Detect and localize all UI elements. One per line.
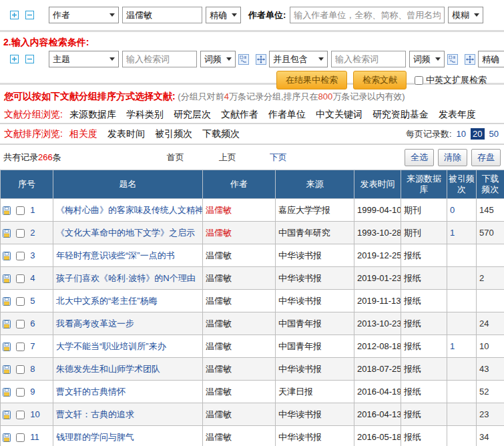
next-page-link[interactable]: 下页 [270, 152, 287, 164]
author-field-select[interactable]: 作者 [49, 7, 119, 23]
author-name-link[interactable]: 温儒敏 [206, 409, 232, 419]
extend-search-checkbox[interactable] [415, 76, 423, 85]
page-size-label: 每页记录数: [406, 128, 452, 140]
row-checkbox[interactable] [16, 433, 25, 442]
group-link-6[interactable]: 研究资助基金 [372, 109, 429, 120]
save-record-icon[interactable] [3, 343, 11, 351]
sort-link-active[interactable]: 相关度 [69, 128, 97, 140]
author-name-link[interactable]: 温儒敏 [206, 273, 232, 283]
synonym-expand-icon[interactable] [447, 54, 458, 65]
group-link-4[interactable]: 作者单位 [268, 109, 306, 120]
save-record-icon[interactable] [3, 411, 11, 419]
article-title-link[interactable]: 我看高考改革这一步 [56, 318, 134, 328]
remove-condition-icon[interactable] [25, 11, 34, 19]
sort-link-2[interactable]: 下载频次 [202, 128, 240, 139]
article-title-link[interactable]: 《文化大革命中的地下文学》之启示 [56, 228, 195, 238]
synonym-expand-icon[interactable] [238, 54, 249, 65]
row-checkbox[interactable] [16, 411, 25, 419]
search-term-input-2[interactable] [331, 51, 406, 67]
author-unit-input[interactable] [290, 7, 445, 23]
article-title-link[interactable]: 钱理群的学问与脾气 [56, 432, 134, 442]
remove-condition-icon[interactable] [25, 55, 34, 63]
article-title-link[interactable]: 北大中文系的“老主任”杨晦 [56, 296, 158, 306]
author-name-link[interactable]: 温儒敏 [206, 364, 232, 374]
save-record-icon[interactable] [3, 388, 11, 397]
author-name-link[interactable]: 温儒敏 [206, 432, 232, 442]
row-checkbox[interactable] [16, 297, 25, 306]
cited-count-link[interactable]: 1 [450, 341, 455, 351]
save-button[interactable]: 存盘 [471, 149, 501, 166]
dropdown-arrow-icon [109, 13, 115, 17]
save-record-icon[interactable] [3, 433, 11, 442]
first-page-link[interactable]: 首页 [167, 152, 184, 164]
row-checkbox[interactable] [16, 229, 25, 238]
save-record-icon[interactable] [3, 252, 11, 260]
article-title-link[interactable]: 孩子们喜欢《哈利·波特》的N个理由 [56, 273, 196, 283]
content-match-select[interactable]: 精确 [478, 51, 504, 67]
article-title-link[interactable]: 朱德发先生和山师学术团队 [56, 364, 160, 374]
group-hint-line: 您可以按如下文献分组排序方式选择文献: (分组只对前4万条记录分组,排序只在80… [4, 91, 504, 103]
expand-search-icon[interactable] [256, 54, 266, 65]
author-name-link[interactable]: 温儒敏 [206, 387, 232, 397]
source-name: 中华读书报 [278, 250, 322, 260]
group-link-3[interactable]: 文献作者 [221, 109, 258, 120]
save-record-icon[interactable] [3, 229, 11, 238]
group-link-2[interactable]: 研究层次 [174, 109, 211, 120]
word-frequency-select-1[interactable]: 词频 [200, 51, 236, 67]
row-checkbox[interactable] [16, 252, 25, 260]
save-record-icon[interactable] [3, 206, 11, 215]
word-frequency-select-2[interactable]: 词频 [409, 51, 445, 67]
results-table: 序号 题名 作者 来源 发表时间 来源数据库 被引频次 下载频次 1 《梅村心曲… [0, 170, 504, 446]
save-record-icon[interactable] [3, 320, 11, 328]
search-term-input-1[interactable] [122, 51, 197, 67]
article-title-link[interactable]: 曹文轩：古典的追求 [56, 409, 134, 419]
author-input[interactable] [122, 7, 202, 23]
content-search-controls: 主题 词频 并且包含 词频 精确 [10, 51, 504, 67]
add-condition-icon[interactable] [10, 55, 19, 63]
row-checkbox[interactable] [16, 274, 25, 283]
group-link-0[interactable]: 来源数据库 [69, 109, 116, 120]
article-title-link[interactable]: 大学不能当“职业培训所”来办 [56, 341, 166, 351]
author-name-link[interactable]: 温儒敏 [206, 205, 232, 215]
add-condition-icon[interactable] [10, 11, 19, 19]
row-index: 7 [30, 341, 35, 351]
author-name-link[interactable]: 温儒敏 [206, 341, 232, 351]
article-title-link[interactable]: 年轻时有意识读些“深”一点的书 [56, 250, 175, 260]
sort-links: 发表时间被引频次下载频次 [107, 128, 250, 140]
page-size-option-20[interactable]: 20 [471, 128, 484, 140]
search-in-results-button[interactable]: 在结果中检索 [276, 71, 347, 89]
article-title-link[interactable]: 曹文轩的古典情怀 [56, 387, 125, 397]
row-checkbox[interactable] [16, 206, 25, 215]
save-record-icon[interactable] [3, 365, 11, 374]
prev-page-link[interactable]: 上页 [219, 152, 236, 164]
author-match-select[interactable]: 精确 [206, 7, 241, 23]
logical-operator-select-value: 并且包含 [273, 53, 308, 65]
row-checkbox[interactable] [16, 365, 25, 374]
author-name-link[interactable]: 温儒敏 [206, 228, 232, 238]
save-record-icon[interactable] [3, 274, 11, 283]
author-name-link[interactable]: 温儒敏 [206, 296, 232, 306]
unit-match-select[interactable]: 模糊 [448, 7, 483, 23]
page-size-option-50[interactable]: 50 [489, 129, 499, 139]
row-checkbox[interactable] [16, 343, 25, 351]
clear-button[interactable]: 清除 [438, 149, 467, 166]
group-link-1[interactable]: 学科类别 [126, 109, 164, 120]
select-all-button[interactable]: 全选 [405, 149, 434, 166]
search-button[interactable]: 检索文献 [353, 71, 407, 89]
cited-count-link[interactable]: 1 [450, 228, 455, 238]
row-checkbox[interactable] [16, 388, 25, 397]
save-record-icon[interactable] [3, 297, 11, 306]
expand-search-icon[interactable] [465, 54, 475, 65]
author-name-link[interactable]: 温儒敏 [206, 250, 232, 260]
group-link-7[interactable]: 发表年度 [439, 109, 476, 120]
group-link-5[interactable]: 中文关键词 [316, 109, 362, 120]
logical-operator-select[interactable]: 并且包含 [269, 51, 328, 67]
sort-link-0[interactable]: 发表时间 [107, 128, 145, 139]
cited-count-link[interactable]: 0 [450, 205, 455, 215]
topic-field-select[interactable]: 主题 [49, 51, 119, 67]
page-size-option-10[interactable]: 10 [457, 129, 466, 139]
article-title-link[interactable]: 《梅村心曲》的客家味及传统人文精神 [56, 205, 203, 215]
row-checkbox[interactable] [16, 320, 25, 328]
author-name-link[interactable]: 温儒敏 [206, 318, 232, 328]
sort-link-1[interactable]: 被引频次 [155, 128, 192, 139]
